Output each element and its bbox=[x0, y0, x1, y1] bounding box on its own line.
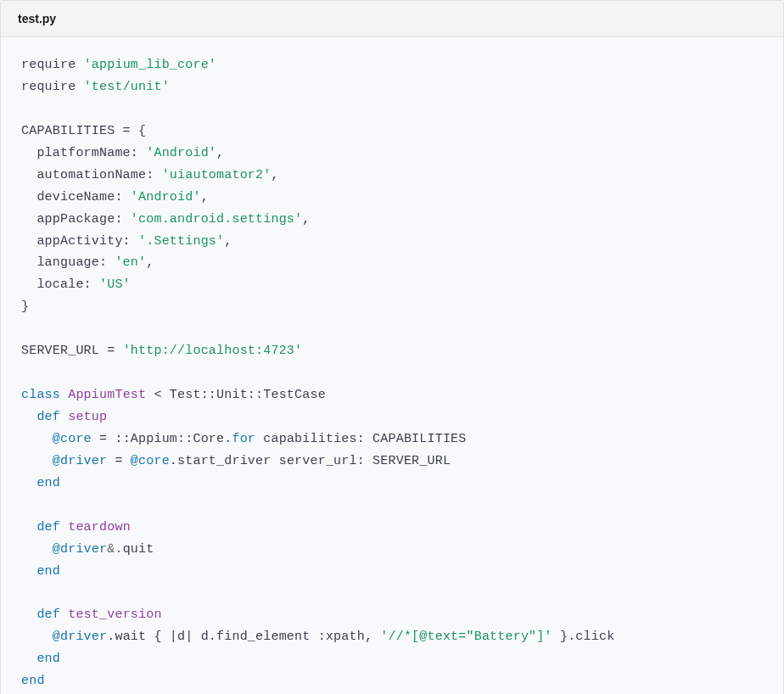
code-token: for bbox=[232, 432, 255, 446]
code-token: class bbox=[21, 388, 60, 402]
code-token: @core bbox=[131, 454, 170, 468]
code-token: @core bbox=[53, 432, 92, 446]
code-token: @driver bbox=[53, 542, 107, 557]
code-token: setup bbox=[68, 410, 107, 424]
code-token: @driver bbox=[53, 630, 107, 644]
code-file-container: test.py require 'appium_lib_core' requir… bbox=[0, 0, 784, 694]
code-token: '.Settings' bbox=[138, 234, 224, 249]
code-token: end bbox=[36, 564, 60, 579]
file-header: test.py bbox=[1, 1, 783, 37]
code-token: teardown bbox=[68, 520, 131, 534]
code-token: def bbox=[36, 410, 60, 424]
filename-label: test.py bbox=[18, 12, 56, 25]
code-token: 'en' bbox=[115, 255, 146, 270]
code-token: 'Android' bbox=[131, 190, 201, 204]
code-token: @driver bbox=[53, 454, 107, 468]
code-token: test_version bbox=[68, 607, 161, 622]
code-token: 'uiautomator2' bbox=[162, 168, 272, 182]
code-block[interactable]: require 'appium_lib_core' require 'test/… bbox=[1, 37, 783, 694]
code-token: 'com.android.settings' bbox=[131, 212, 302, 227]
code-token: AppiumTest bbox=[68, 388, 146, 402]
code-token: end bbox=[36, 652, 60, 666]
code-token: end bbox=[21, 674, 45, 688]
code-token: '//*[@text="Battery"]' bbox=[380, 630, 552, 644]
code-token: 'appium_lib_core' bbox=[84, 58, 216, 72]
code-token: &. bbox=[107, 542, 122, 557]
code-token: def bbox=[36, 520, 60, 534]
code-token: 'http://localhost:4723' bbox=[123, 344, 303, 358]
code-token: end bbox=[36, 476, 60, 490]
code-token: 'Android' bbox=[146, 146, 216, 160]
code-token: def bbox=[36, 607, 60, 622]
code-token: 'US' bbox=[99, 277, 131, 292]
code-token: 'test/unit' bbox=[84, 80, 170, 94]
